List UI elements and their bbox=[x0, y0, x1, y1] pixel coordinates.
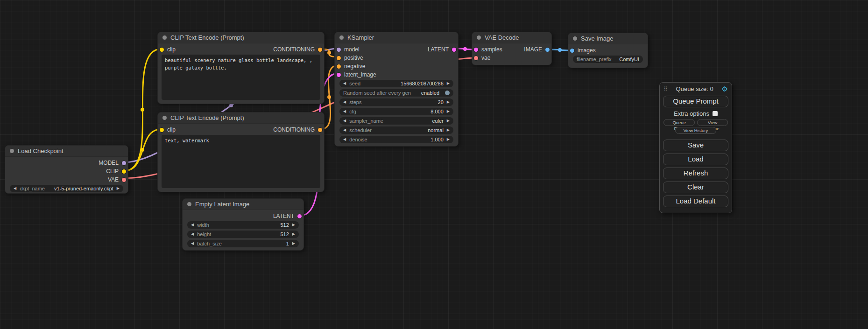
node-vae-decode[interactable]: VAE Decode samples IMAGE vae bbox=[472, 32, 552, 65]
increment-arrow-icon[interactable]: ▶ bbox=[292, 223, 295, 227]
clip-slot-dot[interactable] bbox=[160, 128, 164, 132]
latent-slot-dot[interactable] bbox=[474, 48, 478, 52]
conditioning-slot-dot[interactable] bbox=[318, 128, 322, 132]
widget-cfg[interactable]: ◀ cfg 8.000 ▶ bbox=[339, 108, 453, 115]
widget-denoise[interactable]: ◀ denoise 1.000 ▶ bbox=[339, 136, 453, 143]
image-slot-dot[interactable] bbox=[545, 48, 550, 52]
model-slot-dot[interactable] bbox=[337, 48, 341, 52]
widget-width[interactable]: ◀ width 512 ▶ bbox=[187, 221, 299, 229]
widget-filename-prefix[interactable]: filename_prefix ComfyUI bbox=[573, 56, 643, 63]
node-title-bar[interactable]: KSampler bbox=[335, 32, 458, 43]
decrement-arrow-icon[interactable]: ◀ bbox=[343, 100, 346, 104]
node-clip-text-encode-positive[interactable]: CLIP Text Encode (Prompt) clip CONDITION… bbox=[157, 32, 325, 104]
input-slot-positive[interactable]: positive bbox=[337, 55, 363, 61]
node-title-bar[interactable]: Save Image bbox=[568, 33, 648, 44]
model-slot-dot[interactable] bbox=[122, 161, 126, 165]
output-slot-clip[interactable]: CLIP bbox=[106, 168, 126, 175]
increment-arrow-icon[interactable]: ▶ bbox=[447, 110, 450, 113]
clip-slot-dot[interactable] bbox=[122, 169, 126, 174]
input-slot-model[interactable]: model bbox=[337, 46, 360, 53]
positive-prompt-textarea[interactable]: beautiful scenery nature glass bottle la… bbox=[162, 55, 320, 100]
output-slot-conditioning[interactable]: CONDITIONING bbox=[273, 46, 322, 53]
increment-arrow-icon[interactable]: ▶ bbox=[117, 187, 120, 190]
load-default-button[interactable]: Load Default bbox=[663, 196, 728, 207]
widget-random-seed-toggle[interactable]: Random seed after every gen enabled bbox=[339, 89, 453, 97]
node-empty-latent-image[interactable]: Empty Latent Image LATENT ◀ width 512 ▶ … bbox=[182, 198, 304, 251]
collapse-dot[interactable] bbox=[477, 35, 481, 40]
view-queue-button[interactable]: View Queue bbox=[697, 119, 728, 126]
increment-arrow-icon[interactable]: ▶ bbox=[447, 128, 450, 132]
node-canvas[interactable]: Load Checkpoint MODEL CLIP VAE ◀ ckpt_na… bbox=[0, 0, 868, 329]
widget-seed[interactable]: ◀ seed 156680208700286 ▶ bbox=[339, 80, 453, 87]
collapse-dot[interactable] bbox=[162, 116, 167, 120]
negative-prompt-textarea[interactable]: text, watermark bbox=[162, 135, 320, 188]
node-ksampler[interactable]: KSampler model LATENT positive negative bbox=[334, 32, 459, 147]
increment-arrow-icon[interactable]: ▶ bbox=[447, 82, 450, 85]
collapse-dot[interactable] bbox=[10, 149, 14, 153]
comfy-menu-panel[interactable]: ⠿ Queue size: 0 ⚙ Queue Prompt Extra opt… bbox=[659, 82, 732, 213]
widget-height[interactable]: ◀ height 512 ▶ bbox=[187, 231, 299, 238]
clip-slot-dot[interactable] bbox=[160, 48, 164, 52]
queue-prompt-button[interactable]: Queue Prompt bbox=[663, 96, 728, 107]
collapse-dot[interactable] bbox=[187, 202, 191, 206]
input-slot-samples[interactable]: samples bbox=[474, 46, 502, 53]
node-clip-text-encode-negative[interactable]: CLIP Text Encode (Prompt) clip CONDITION… bbox=[157, 112, 325, 192]
increment-arrow-icon[interactable]: ▶ bbox=[447, 119, 450, 123]
settings-gear-icon[interactable]: ⚙ bbox=[722, 85, 728, 92]
conditioning-slot-dot[interactable] bbox=[337, 56, 341, 60]
latent-slot-dot[interactable] bbox=[337, 73, 341, 77]
output-slot-model[interactable]: MODEL bbox=[99, 160, 126, 166]
save-button[interactable]: Save bbox=[663, 140, 728, 151]
refresh-button[interactable]: Refresh bbox=[663, 168, 728, 179]
collapse-dot[interactable] bbox=[573, 36, 577, 41]
increment-arrow-icon[interactable]: ▶ bbox=[447, 138, 450, 141]
collapse-dot[interactable] bbox=[162, 35, 167, 40]
input-slot-latent-image[interactable]: latent_image bbox=[337, 71, 376, 78]
vae-slot-dot[interactable] bbox=[122, 178, 126, 182]
increment-arrow-icon[interactable]: ▶ bbox=[447, 100, 450, 104]
widget-scheduler[interactable]: ◀ scheduler normal ▶ bbox=[339, 126, 453, 134]
increment-arrow-icon[interactable]: ▶ bbox=[292, 242, 295, 245]
extra-options-checkbox[interactable] bbox=[713, 111, 718, 116]
image-slot-dot[interactable] bbox=[570, 49, 574, 53]
decrement-arrow-icon[interactable]: ◀ bbox=[343, 110, 346, 113]
conditioning-slot-dot[interactable] bbox=[337, 64, 341, 69]
output-slot-conditioning[interactable]: CONDITIONING bbox=[273, 126, 322, 133]
widget-batch-size[interactable]: ◀ batch_size 1 ▶ bbox=[187, 240, 299, 247]
output-slot-latent[interactable]: LATENT bbox=[273, 213, 302, 219]
decrement-arrow-icon[interactable]: ◀ bbox=[343, 119, 346, 123]
decrement-arrow-icon[interactable]: ◀ bbox=[343, 82, 346, 85]
clear-button[interactable]: Clear bbox=[663, 182, 728, 193]
view-history-button[interactable]: View History bbox=[675, 127, 716, 134]
drag-handle-icon[interactable]: ⠿ bbox=[663, 86, 668, 92]
node-title-bar[interactable]: CLIP Text Encode (Prompt) bbox=[158, 32, 324, 43]
node-save-image[interactable]: Save Image images filename_prefix ComfyU… bbox=[568, 33, 648, 68]
decrement-arrow-icon[interactable]: ◀ bbox=[343, 138, 346, 141]
node-title-bar[interactable]: Load Checkpoint bbox=[5, 146, 128, 157]
toggle-indicator-icon[interactable] bbox=[445, 91, 450, 95]
widget-sampler-name[interactable]: ◀ sampler_name euler ▶ bbox=[339, 117, 453, 125]
vae-slot-dot[interactable] bbox=[474, 56, 478, 60]
decrement-arrow-icon[interactable]: ◀ bbox=[14, 187, 16, 190]
decrement-arrow-icon[interactable]: ◀ bbox=[191, 232, 194, 236]
latent-slot-dot[interactable] bbox=[452, 48, 456, 52]
node-load-checkpoint[interactable]: Load Checkpoint MODEL CLIP VAE ◀ ckpt_na… bbox=[5, 145, 128, 194]
widget-ckpt-name[interactable]: ◀ ckpt_name v1-5-pruned-emaonly.ckpt ▶ bbox=[10, 185, 123, 192]
decrement-arrow-icon[interactable]: ◀ bbox=[191, 242, 194, 245]
widget-steps[interactable]: ◀ steps 20 ▶ bbox=[339, 98, 453, 106]
queue-front-button[interactable]: Queue Front bbox=[663, 119, 695, 126]
node-title-bar[interactable]: VAE Decode bbox=[472, 32, 551, 43]
output-slot-image[interactable]: IMAGE bbox=[524, 46, 550, 53]
increment-arrow-icon[interactable]: ▶ bbox=[292, 232, 295, 236]
latent-slot-dot[interactable] bbox=[297, 214, 302, 218]
node-title-bar[interactable]: CLIP Text Encode (Prompt) bbox=[158, 112, 324, 124]
input-slot-images[interactable]: images bbox=[570, 47, 596, 54]
decrement-arrow-icon[interactable]: ◀ bbox=[191, 223, 194, 227]
output-slot-latent[interactable]: LATENT bbox=[428, 46, 456, 53]
input-slot-vae[interactable]: vae bbox=[474, 55, 490, 61]
input-slot-clip[interactable]: clip bbox=[160, 46, 176, 53]
load-button[interactable]: Load bbox=[663, 154, 728, 165]
input-slot-clip[interactable]: clip bbox=[160, 126, 176, 133]
input-slot-negative[interactable]: negative bbox=[337, 63, 365, 70]
conditioning-slot-dot[interactable] bbox=[318, 48, 322, 52]
